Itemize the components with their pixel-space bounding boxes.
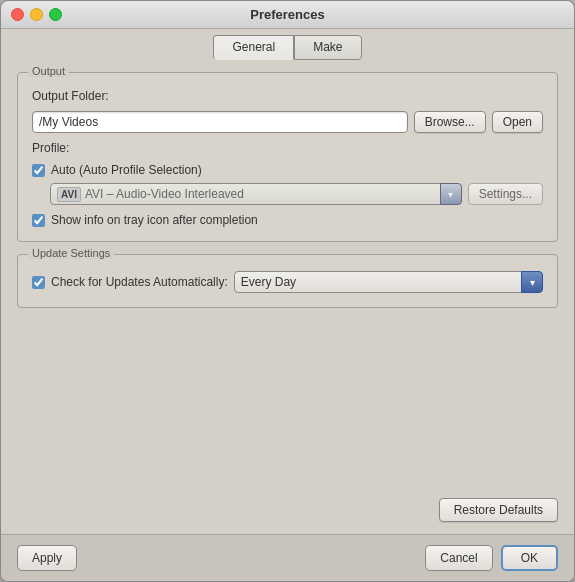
preferences-window: Preferences General Make Output Output F… [0, 0, 575, 582]
update-row: Check for Updates Automatically: Every D… [32, 271, 543, 293]
auto-profile-checkbox[interactable] [32, 164, 45, 177]
content-spacer [17, 320, 558, 486]
window-title: Preferences [250, 7, 324, 22]
cancel-button[interactable]: Cancel [425, 545, 492, 571]
restore-defaults-area: Restore Defaults [17, 498, 558, 522]
show-info-label[interactable]: Show info on tray icon after completion [51, 213, 258, 227]
output-folder-input-row: Browse... Open [32, 111, 543, 133]
update-section: Update Settings Check for Updates Automa… [17, 254, 558, 308]
avi-icon: AVI [57, 187, 81, 202]
output-folder-label: Output Folder: [32, 89, 109, 103]
close-button[interactable] [11, 8, 24, 21]
restore-defaults-button[interactable]: Restore Defaults [439, 498, 558, 522]
browse-button[interactable]: Browse... [414, 111, 486, 133]
window-controls [11, 8, 62, 21]
tab-bar: General Make [1, 29, 574, 60]
apply-button[interactable]: Apply [17, 545, 77, 571]
frequency-select[interactable]: Every Day Every Week Every Month Never [234, 271, 522, 293]
main-content: Output Output Folder: Browse... Open Pro… [1, 60, 574, 534]
settings-button[interactable]: Settings... [468, 183, 543, 205]
auto-profile-label[interactable]: Auto (Auto Profile Selection) [51, 163, 202, 177]
avi-profile-value: AVI – Audio-Video Interleaved [85, 187, 244, 201]
title-bar: Preferences [1, 1, 574, 29]
show-info-checkbox[interactable] [32, 214, 45, 227]
update-section-title: Update Settings [28, 247, 114, 259]
tab-make[interactable]: Make [294, 35, 361, 60]
open-button[interactable]: Open [492, 111, 543, 133]
avi-dropdown-field: AVI AVI – Audio-Video Interleaved [50, 183, 441, 205]
output-section-title: Output [28, 65, 69, 77]
profile-label-row: Profile: [32, 141, 543, 155]
output-folder-row: Output Folder: [32, 89, 543, 103]
avi-dropdown-container: AVI AVI – Audio-Video Interleaved ▾ [50, 183, 462, 205]
avi-dropdown-arrow[interactable]: ▾ [440, 183, 462, 205]
frequency-arrow[interactable]: ▾ [521, 271, 543, 293]
zoom-button[interactable] [49, 8, 62, 21]
profile-label: Profile: [32, 141, 69, 155]
minimize-button[interactable] [30, 8, 43, 21]
tab-general[interactable]: General [213, 35, 294, 60]
output-folder-input[interactable] [32, 111, 408, 133]
check-updates-label[interactable]: Check for Updates Automatically: [51, 275, 228, 289]
auto-profile-row: Auto (Auto Profile Selection) [32, 163, 543, 177]
frequency-select-wrapper: Every Day Every Week Every Month Never ▾ [234, 271, 543, 293]
ok-button[interactable]: OK [501, 545, 558, 571]
bottom-bar: Apply Cancel OK [1, 534, 574, 581]
show-info-row: Show info on tray icon after completion [32, 213, 543, 227]
check-updates-checkbox[interactable] [32, 276, 45, 289]
output-section: Output Output Folder: Browse... Open Pro… [17, 72, 558, 242]
avi-profile-row: AVI AVI – Audio-Video Interleaved ▾ Sett… [32, 183, 543, 205]
